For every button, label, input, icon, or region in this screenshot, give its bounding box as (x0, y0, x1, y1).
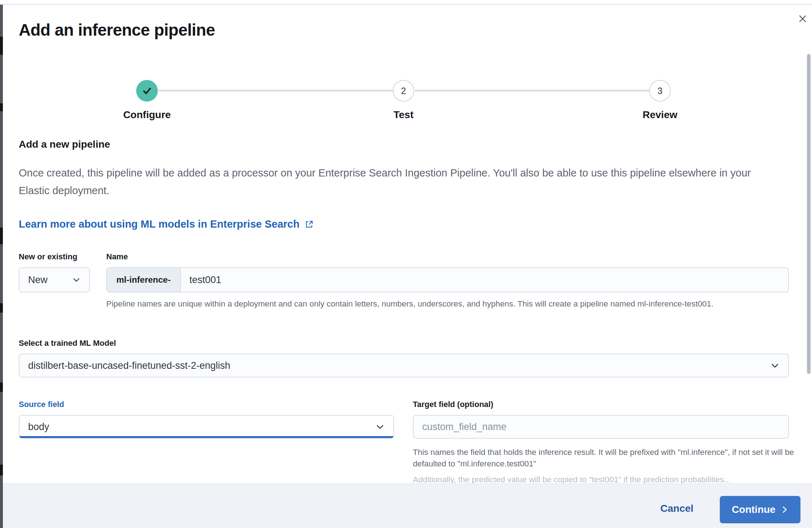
check-icon (142, 85, 152, 96)
background-fragment (0, 228, 3, 244)
name-label: Name (106, 252, 128, 261)
background-page-edge (0, 4, 3, 528)
pipeline-name-help: Pipeline names are unique within a deplo… (106, 298, 773, 310)
step-2-indicator[interactable]: 2 (393, 80, 414, 102)
target-field-label: Target field (optional) (413, 400, 493, 409)
section-description: Once created, this pipeline will be adde… (19, 164, 781, 200)
learn-more-link[interactable]: Learn more about using ML models in Ente… (19, 218, 314, 230)
pipeline-name-input[interactable] (181, 268, 788, 292)
chevron-down-icon (72, 276, 81, 284)
source-field-label: Source field (19, 400, 64, 409)
model-select[interactable]: distilbert-base-uncased-finetuned-sst-2-… (19, 354, 789, 377)
page-title: Add an inference pipeline (19, 20, 215, 40)
model-label: Select a trained ML Model (19, 339, 116, 348)
step-2-label: Test (393, 109, 414, 121)
continue-button[interactable]: Continue (720, 496, 800, 523)
section-heading: Add a new pipeline (19, 139, 110, 150)
chevron-right-icon (781, 506, 789, 514)
chevron-down-icon (375, 422, 385, 431)
target-field-help: This names the field that holds the infe… (413, 447, 795, 470)
step-connector (159, 90, 393, 91)
close-button[interactable] (794, 10, 811, 27)
source-field-select[interactable]: body (19, 415, 394, 439)
background-fragment (0, 465, 3, 475)
step-1-label: Configure (123, 109, 171, 121)
background-fragment (0, 303, 3, 313)
focus-indicator (19, 436, 393, 438)
target-field-input[interactable] (413, 415, 789, 439)
step-1-indicator[interactable] (136, 80, 158, 102)
step-3-indicator[interactable]: 3 (649, 80, 671, 102)
chevron-down-icon (770, 361, 780, 370)
new-or-existing-value: New (19, 274, 72, 286)
scrollbar[interactable] (807, 54, 811, 374)
new-or-existing-label: New or existing (19, 252, 77, 261)
step-3-label: Review (643, 109, 678, 121)
step-number: 2 (401, 86, 406, 96)
new-or-existing-select[interactable]: New (19, 267, 90, 292)
background-fragment (0, 103, 3, 111)
add-inference-pipeline-flyout: Add an inference pipeline 2 3 Configure … (0, 0, 812, 528)
model-select-value: distilbert-base-uncased-finetuned-sst-2-… (19, 360, 770, 371)
background-fragment (0, 37, 3, 55)
background-fragment (0, 382, 3, 392)
continue-label: Continue (732, 504, 775, 515)
cancel-button[interactable]: Cancel (660, 503, 693, 514)
step-number: 3 (657, 86, 662, 96)
step-connector (415, 90, 649, 91)
flyout-top-border (0, 4, 812, 5)
learn-more-label: Learn more about using ML models in Ente… (19, 218, 299, 230)
external-link-icon (304, 220, 314, 229)
pipeline-name-field: ml-inference- (106, 267, 789, 292)
pipeline-name-prefix: ml-inference- (107, 268, 181, 292)
source-field-value: body (19, 421, 375, 433)
close-icon (798, 14, 807, 23)
